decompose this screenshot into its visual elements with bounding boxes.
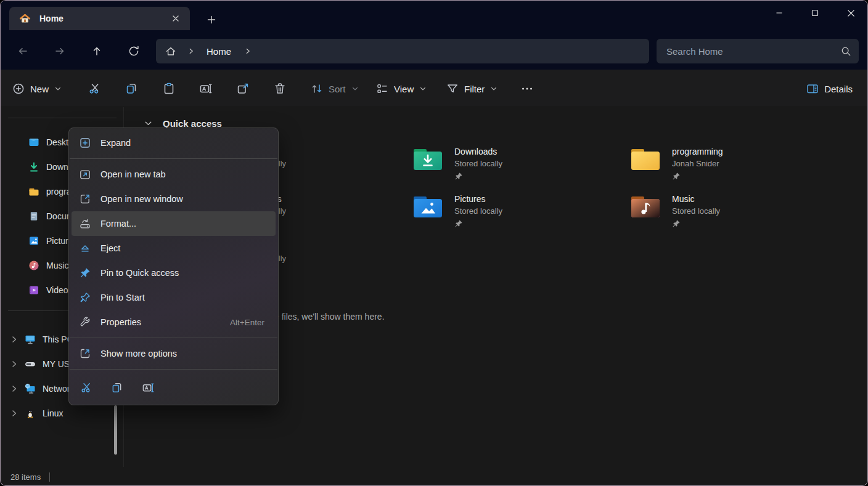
ellipsis-icon — [520, 82, 534, 95]
pin-icon — [454, 172, 502, 180]
status-bar: 28 items — [1, 467, 868, 486]
chevron-right-icon[interactable] — [9, 359, 19, 369]
menu-separator — [70, 158, 277, 159]
status-divider — [49, 472, 50, 482]
downloads-icon — [28, 161, 40, 173]
sort-icon — [310, 82, 324, 95]
pin-icon — [672, 219, 720, 228]
desktop-icon — [28, 136, 40, 148]
format-drive-icon — [79, 217, 91, 230]
menu-item-open-in-new-window[interactable]: Open in new window — [72, 187, 276, 211]
sort-button-label: Sort — [329, 84, 346, 94]
titlebar: Home — [1, 1, 868, 70]
command-bar: New Sort View — [1, 70, 868, 107]
details-pane-icon — [806, 82, 819, 95]
share-icon — [236, 82, 250, 95]
eject-icon — [79, 242, 91, 254]
delete-button[interactable] — [269, 78, 290, 99]
tile-pictures[interactable]: Pictures Stored locally — [412, 193, 615, 228]
pin-icon — [672, 172, 723, 180]
back-button[interactable] — [12, 41, 33, 61]
rename-icon — [199, 82, 213, 95]
rename-icon[interactable] — [137, 376, 159, 399]
maximize-button[interactable] — [797, 1, 833, 25]
close-button[interactable] — [833, 1, 868, 25]
chevron-down-icon — [489, 84, 498, 93]
copy-button[interactable] — [121, 78, 142, 99]
folder-icon — [629, 146, 661, 173]
tab-close-icon[interactable] — [168, 10, 184, 26]
items-count: 28 items — [10, 472, 41, 482]
usb-drive-icon — [24, 358, 36, 370]
details-pane-button[interactable]: Details — [806, 78, 858, 99]
chevron-right-icon[interactable] — [9, 384, 19, 394]
expand-icon — [79, 137, 91, 149]
filter-icon — [446, 82, 459, 95]
breadcrumb-home-icon[interactable] — [165, 45, 177, 57]
refresh-button[interactable] — [123, 41, 144, 61]
music-icon — [28, 259, 40, 272]
search-icon[interactable] — [840, 46, 851, 57]
cut-icon[interactable] — [75, 376, 97, 399]
share-button[interactable] — [232, 78, 253, 99]
menu-item-open-in-new-tab[interactable]: Open in new tab — [72, 162, 276, 187]
menu-item-expand[interactable]: Expand — [72, 131, 276, 155]
pin-outline-icon — [79, 291, 91, 304]
forward-button[interactable] — [49, 41, 70, 61]
menu-quick-actions — [69, 373, 278, 401]
context-menu: Expand Open in new tab Open in new windo… — [68, 128, 279, 405]
pin-icon — [454, 219, 502, 228]
breadcrumb[interactable]: Home — [156, 39, 649, 63]
chevron-right-icon[interactable] — [244, 47, 252, 55]
details-pane-label: Details — [824, 84, 853, 94]
tile-music[interactable]: Music Stored locally — [629, 193, 833, 228]
menu-item-format[interactable]: Format... — [72, 211, 276, 236]
search-input[interactable] — [666, 46, 840, 57]
view-button[interactable]: View — [375, 78, 427, 99]
sort-button[interactable]: Sort — [310, 78, 359, 99]
menu-item-eject[interactable]: Eject — [72, 236, 276, 261]
paste-button[interactable] — [158, 78, 179, 99]
recent-files-hint: e files, we'll show them here. — [274, 312, 385, 322]
open-new-window-icon — [79, 193, 91, 205]
wrench-icon — [79, 316, 91, 328]
more-options-button[interactable] — [516, 78, 538, 99]
menu-item-show-more-options[interactable]: Show more options — [72, 341, 276, 366]
folder-icon — [28, 185, 40, 198]
menu-item-pin-to-start[interactable]: Pin to Start — [72, 285, 276, 310]
file-explorer-window: Home — [0, 0, 868, 486]
new-button[interactable]: New — [12, 78, 62, 99]
tab-home[interactable]: Home — [9, 7, 190, 30]
rename-button[interactable] — [195, 78, 216, 99]
chevron-down-icon[interactable] — [144, 119, 153, 128]
menu-shortcut: Alt+Enter — [230, 318, 264, 327]
window-controls — [761, 1, 868, 25]
tile-downloads[interactable]: Downloads Stored locally — [412, 146, 615, 180]
pin-icon — [79, 267, 91, 279]
chevron-right-icon[interactable] — [9, 334, 19, 344]
documents-icon — [28, 210, 40, 222]
breadcrumb-location[interactable]: Home — [207, 46, 231, 57]
view-icon — [375, 82, 389, 95]
this-pc-icon — [24, 333, 36, 346]
sidebar-scrollbar[interactable] — [114, 405, 117, 455]
chevron-right-icon[interactable] — [9, 408, 19, 418]
tab-title: Home — [39, 14, 168, 23]
copy-icon[interactable] — [106, 376, 128, 399]
tile-programming[interactable]: programming Jonah Snider — [629, 146, 833, 180]
menu-item-pin-to-quick-access[interactable]: Pin to Quick access — [72, 261, 276, 285]
videos-icon — [28, 284, 40, 296]
new-tab-button[interactable] — [203, 12, 220, 28]
minimize-button[interactable] — [761, 1, 797, 25]
show-more-options-icon — [79, 347, 91, 360]
chevron-down-icon — [54, 84, 62, 93]
search-box[interactable] — [657, 39, 859, 63]
menu-item-properties[interactable]: Properties Alt+Enter — [72, 310, 276, 334]
cut-button[interactable] — [84, 78, 105, 99]
filter-button[interactable]: Filter — [446, 78, 498, 99]
chevron-right-icon — [187, 47, 195, 55]
cut-icon — [88, 82, 102, 95]
chevron-down-icon — [419, 84, 427, 93]
up-button[interactable] — [86, 41, 107, 61]
folder-music-icon — [629, 193, 661, 221]
